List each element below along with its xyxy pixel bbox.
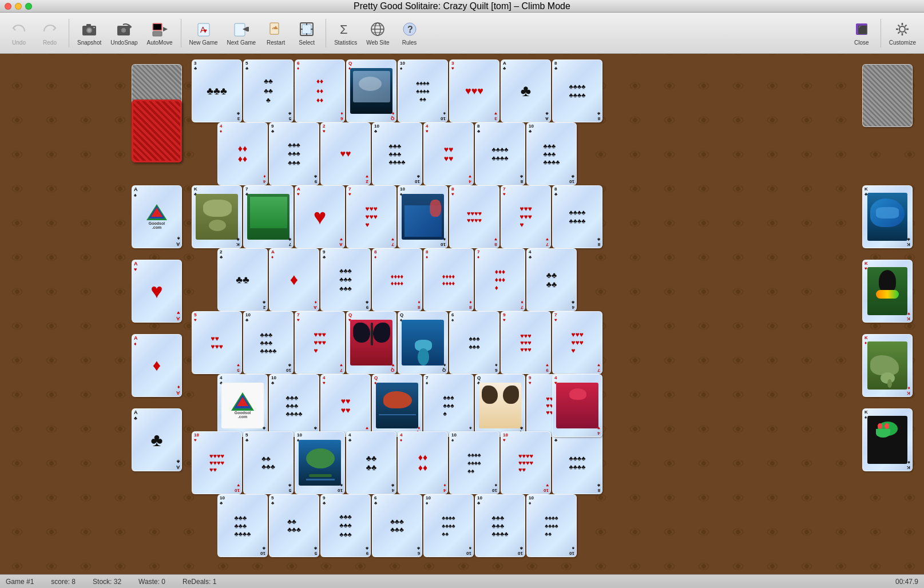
card-r6c5[interactable]: 7♠ ♠♠♠♠♠♠♠ 7♠ [423, 374, 474, 437]
undosnap-button[interactable]: UndoSnap [107, 15, 141, 51]
card-r5c2[interactable]: 10♣ ♣♣♣♣♣♣♣♣♣♣ 10♣ [243, 311, 294, 374]
automove-button[interactable]: AutoMove [144, 15, 176, 51]
card-r6c4-fish[interactable]: Q♦ Q♦ [372, 374, 422, 437]
select-button[interactable]: Select [292, 15, 321, 51]
svg-line-43 [898, 32, 900, 34]
restart-button[interactable]: Restart [261, 15, 290, 51]
card-r4c3[interactable]: 9♣ ♣♣♣♣♣♣♣♣♣ 9♣ [320, 248, 371, 311]
card-r6c2[interactable]: 10♣ ♣♣♣♣♣♣♣♣♣♣ 10♣ [269, 374, 319, 437]
stock-deck-gray[interactable] [132, 64, 182, 93]
statusbar: Game #1 score: 8 Stock: 32 Waste: 0 ReDe… [0, 574, 924, 588]
king-spades-photo-card[interactable]: K♠ K♠ [862, 408, 913, 471]
card-r3c4[interactable]: 7♥ ♥♥♥♥♥♥♥ 7♥ [346, 185, 396, 248]
ace-spades-card[interactable]: A♠ Goodsol.com A♠ [132, 185, 182, 248]
card-r3c6[interactable]: 8♥ ♥♥♥♥♥♥♥♥ 8♥ [449, 185, 499, 248]
card-r4c5[interactable]: 8♦ ♦♦♦♦♦♦♦♦ 8♦ [423, 248, 474, 311]
card-r5c4-butterfly[interactable]: Q♥ Q♥ [346, 311, 396, 374]
card-r8c2[interactable]: 5♣ ♣♣♣♣♣ 5♣ [269, 494, 319, 557]
king-diamond-photo-card[interactable]: K♦ K♦ [862, 334, 913, 397]
svg-point-6 [121, 28, 126, 33]
card-r5c3[interactable]: 7♥ ♥♥♥♥♥♥♥ 7♥ [295, 311, 345, 374]
card-r1c5[interactable]: 10♠ ♠♠♠♠♠♠♠♠♠♠ 10♠ [398, 59, 448, 122]
stock: Stock: 32 [93, 578, 121, 586]
website-button[interactable]: Web Site [363, 15, 392, 51]
card-r7c2[interactable]: 5♣ ♣♣♣♣♣ 5♣ [243, 431, 294, 494]
card-r3c7[interactable]: 7♥ ♥♥♥♥♥♥♥ 7♥ [501, 185, 551, 248]
ace-clubs-card[interactable]: A♣ ♣ A♣ [132, 408, 182, 471]
card-r8c1[interactable]: 10♣ ♣♣♣♣♣♣♣♣♣♣ 10♣ [217, 494, 268, 557]
card-r1c4-photo[interactable]: Q♦ Q♦ [346, 59, 396, 122]
card-r2c3[interactable]: 2♥ ♥♥ 2♥ [320, 122, 371, 185]
card-r3c3-heart[interactable]: A♥ ♥ A♥ [295, 185, 345, 248]
card-r1c1[interactable]: 3♣ ♣♣♣ 3♣ [192, 59, 242, 122]
newgame-icon: A ♥ [195, 20, 213, 38]
statistics-icon: Σ [336, 20, 355, 38]
toolbar-separator-2 [181, 19, 181, 47]
snapshot-button[interactable]: Snapshot [74, 15, 105, 51]
card-r2c2[interactable]: 9♣ ♣♣♣♣♣♣♣♣♣ 9♣ [269, 122, 319, 185]
card-r3c2-photo[interactable]: 7♣ 7♣ [243, 185, 294, 248]
right-deck-gray[interactable] [862, 64, 913, 127]
redo-button[interactable]: Redo [35, 15, 64, 51]
card-r7c3-turtle[interactable]: 10♠ 10♠ [295, 431, 345, 494]
customize-button[interactable]: Customize [886, 15, 919, 51]
card-r3c1[interactable]: K♣ K♣ [192, 185, 242, 248]
card-r1c2[interactable]: 5♣ ♣♣♣♣♣ 5♣ [243, 59, 294, 122]
card-r7c8[interactable]: 8♣ ♣♣♣♣♣♣♣♣ 8♣ [552, 431, 602, 494]
ace-hearts-card[interactable]: A♥ ♥ A♥ [132, 260, 182, 323]
card-r7c5[interactable]: 4♦ ♦♦♦♦ 4♦ [398, 431, 448, 494]
card-r3c5-photo[interactable]: 10♠ 10♠ [398, 185, 448, 248]
card-r4c6[interactable]: 7♦ ♦♦♦♦♦♦♦ 7♦ [475, 248, 525, 311]
card-r4c4[interactable]: 8♦ ♦♦♦♦♦♦♦♦ 8♦ [372, 248, 422, 311]
card-r7c6[interactable]: 10♠ ♠♠♠♠♠♠♠♠♠♠ 10♠ [449, 431, 499, 494]
card-r8c4[interactable]: 6♣ ♣♣♣♣♣♣ 6♣ [372, 494, 422, 557]
ace-diamonds-card[interactable]: A♦ ♦ A♦ [132, 334, 182, 397]
card-r8c7[interactable]: 10♠ ♠♠♠♠♠♠♠♠♠♠ 10♠ [526, 494, 577, 557]
card-r4c7[interactable]: 4♣ ♣♣♣♣ 4♣ [526, 248, 577, 311]
nextgame-button[interactable]: Next Game [224, 15, 260, 51]
maximize-button[interactable] [25, 3, 32, 10]
svg-marker-9 [163, 27, 168, 31]
card-r7c4[interactable]: 4♣ ♣♣♣♣ 4♣ [346, 431, 396, 494]
statistics-button[interactable]: Σ Statistics [331, 15, 360, 51]
card-r6c6-butterfly[interactable]: Q♣ Q♣ [475, 374, 525, 437]
stock-deck-red[interactable] [132, 100, 182, 162]
card-r2c4[interactable]: 10♣ ♣♣♣♣♣♣♣♣♣♣ 10♣ [372, 122, 422, 185]
card-hearts-photo[interactable]: 4♥ 4♥ [552, 374, 602, 437]
card-r5c1[interactable]: 5♥ ♥♥♥♥♥ 5♥ [192, 311, 242, 374]
newgame-button[interactable]: A ♥ New Game [186, 15, 221, 51]
minimize-button[interactable] [15, 3, 22, 10]
redo-label: Redo [43, 39, 57, 46]
rules-button[interactable]: ? Rules [395, 15, 424, 51]
card-r5c5-photo[interactable]: Q♠ Q♠ [398, 311, 448, 374]
card-r1c3[interactable]: 6♦ ♦♦♦♦♦♦ 6♦ [295, 59, 345, 122]
card-r1c6[interactable]: 3♥ ♥♥♥ 3♥ [449, 59, 499, 122]
svg-text:Σ: Σ [340, 22, 348, 37]
card-r8c3[interactable]: 9♣ ♣♣♣♣♣♣♣♣♣ 9♣ [320, 494, 371, 557]
card-r8c5[interactable]: 10♠ ♠♠♠♠♠♠♠♠♠♠ 10♠ [423, 494, 474, 557]
card-r2c1[interactable]: 4♦ ♦♦♦♦ 4♦ [217, 122, 268, 185]
card-r5c8[interactable]: 7♥ ♥♥♥♥♥♥♥ 7♥ [552, 311, 602, 374]
card-r4c1[interactable]: 2♣ ♣♣ 2♣ [217, 248, 268, 311]
card-r4c2[interactable]: A♦ ♦ A♦ [269, 248, 319, 311]
card-r2c6[interactable]: 8♣ ♣♣♣♣♣♣♣♣ 8♣ [475, 122, 525, 185]
king-hearts-photo-card[interactable]: K♥ K♥ [862, 260, 913, 323]
card-r1c8[interactable]: 8♣ ♣♣♣♣♣♣♣♣ 8♣ [552, 59, 602, 122]
card-r6c1-goodsol[interactable]: 4♣ Goodsol.com 4♣ [217, 374, 268, 437]
card-r2c5[interactable]: 4♥ ♥♥♥♥ 4♥ [423, 122, 474, 185]
svg-rect-3 [86, 24, 91, 26]
card-r1c7[interactable]: A♣ ♣ A♣ [501, 59, 551, 122]
undo-button[interactable]: Undo [5, 15, 33, 51]
close-button[interactable] [5, 3, 11, 10]
close-button[interactable]: ⬛ Close [847, 15, 876, 51]
card-r7c7[interactable]: 10♥ ♥♥♥♥♥♥♥♥♥♥ 10♥ [501, 431, 551, 494]
card-r3c8[interactable]: 8♣ ♣♣♣♣♣♣♣♣ 8♣ [552, 185, 602, 248]
card-r5c7[interactable]: 9♥ ♥♥♥♥♥♥♥♥♥ 9♥ [501, 311, 551, 374]
king-clubs-photo-card[interactable]: K♣ K♣ [862, 185, 913, 248]
card-r8c6[interactable]: 10♣ ♣♣♣♣♣♣♣♣♣♣ 10♣ [475, 494, 525, 557]
card-r2c7[interactable]: 10♣ ♣♣♣♣♣♣♣♣♣♣ 10♣ [526, 122, 577, 185]
card-r6c3[interactable]: 4♥ ♥♥♥♥ 4♥ [320, 374, 371, 437]
card-r5c6[interactable]: 6♠ ♠♠♠♠♠♠ 6♠ [449, 311, 499, 374]
redeals: ReDeals: 1 [183, 578, 216, 586]
card-r7c1[interactable]: 10♥ ♥♥♥♥♥♥♥♥♥♥ 10♥ [192, 431, 242, 494]
